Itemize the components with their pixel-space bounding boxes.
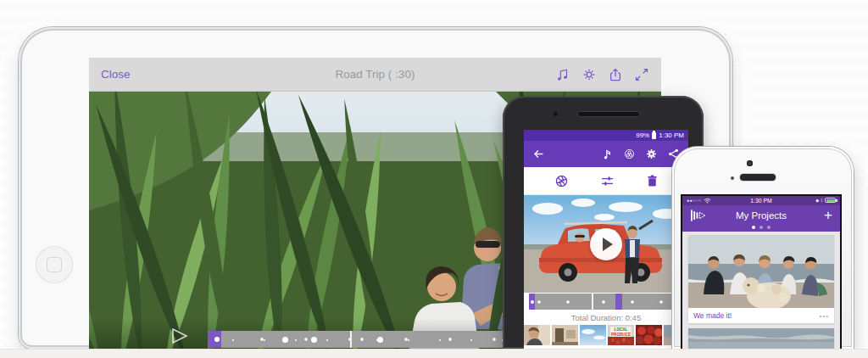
premiere-clip-logo-icon [690, 208, 707, 223]
thumbnail-tomatoes[interactable] [636, 325, 662, 345]
hero-devices-banner: Close Road Trip ( :30) [0, 0, 868, 358]
android-video-preview[interactable] [524, 195, 688, 293]
add-project-button[interactable]: + [824, 208, 832, 222]
gear-icon[interactable] [581, 67, 597, 82]
iphone-sensor [731, 176, 734, 180]
svg-text:PRODUCE: PRODUCE [611, 333, 631, 337]
thumbnail-interior[interactable] [552, 325, 578, 345]
trim-handle-left[interactable] [529, 294, 535, 310]
thumbnail-produce-sign[interactable]: LOCALPRODUCE [608, 325, 634, 345]
project-card-footer: We made it! ••• [688, 308, 834, 323]
android-edit-bar [524, 167, 688, 195]
aperture-icon[interactable] [554, 174, 569, 188]
iphone-device: ●●○○○ 1:30 PM ◆ ᛒ My Projects + [672, 147, 854, 349]
total-duration-label: Total Duration: 0:45 [524, 310, 688, 325]
project-thumbnail-beach[interactable] [688, 235, 834, 308]
status-time: 1:30 PM [659, 131, 684, 139]
fullscreen-icon[interactable] [634, 67, 649, 82]
timeline-clip-1[interactable] [208, 331, 350, 348]
back-arrow-icon[interactable] [532, 148, 545, 160]
thumbnail-person[interactable] [524, 325, 550, 345]
project-card[interactable]: We made it! ••• [688, 235, 834, 323]
iphone-speaker-grille [740, 174, 776, 181]
projects-list: We made it! ••• [682, 232, 840, 349]
battery-percent: 99% [636, 131, 649, 139]
location-icon: ◆ [815, 198, 819, 203]
battery-icon [825, 198, 836, 203]
iphone-front-camera [747, 160, 753, 166]
iphone-screen: ●●○○○ 1:30 PM ◆ ᛒ My Projects + [682, 196, 840, 349]
android-app-bar [524, 141, 688, 167]
tablet-home-button[interactable] [36, 246, 73, 283]
android-speaker-grille [577, 111, 640, 117]
play-outline-icon[interactable] [170, 327, 189, 344]
iphone-nav-bar: My Projects + [682, 205, 840, 227]
gear-icon[interactable] [645, 148, 658, 160]
share-icon[interactable] [608, 67, 623, 82]
android-timeline[interactable] [524, 293, 688, 310]
android-screen: 99% 1:30 PM [524, 130, 688, 349]
timeline-clip-2[interactable] [593, 294, 683, 310]
trim-handle[interactable] [615, 294, 622, 310]
battery-icon [652, 132, 656, 139]
timeline-clip-1[interactable] [529, 294, 592, 310]
adjust-sliders-icon[interactable] [600, 174, 615, 188]
project-card[interactable] [688, 328, 834, 349]
android-status-bar: 99% 1:30 PM [524, 130, 688, 141]
clip-thumbnail-strip[interactable]: LOCALPRODUCE [524, 325, 688, 345]
trim-handle-left[interactable] [208, 331, 221, 348]
project-thumbnail-ocean[interactable] [688, 328, 834, 349]
music-note-icon[interactable] [555, 67, 570, 82]
looks-icon[interactable] [623, 148, 636, 160]
bluetooth-icon: ᛒ [821, 198, 823, 203]
trash-icon[interactable] [645, 174, 659, 188]
page-dots[interactable] [682, 226, 840, 232]
page-background-strip [0, 349, 868, 358]
thumbnail-sky[interactable] [580, 325, 606, 345]
card-menu-button[interactable]: ••• [820, 312, 829, 320]
svg-text:LOCAL: LOCAL [615, 327, 628, 332]
play-button[interactable] [590, 228, 622, 260]
iphone-status-bar: ●●○○○ 1:30 PM ◆ ᛒ [682, 196, 840, 205]
project-title: We made it! [693, 311, 732, 320]
tablet-top-bar: Close Road Trip ( :30) [89, 58, 661, 92]
device-stage: Close Road Trip ( :30) [0, 0, 868, 349]
music-note-icon[interactable] [601, 148, 614, 160]
android-front-camera [554, 112, 558, 116]
